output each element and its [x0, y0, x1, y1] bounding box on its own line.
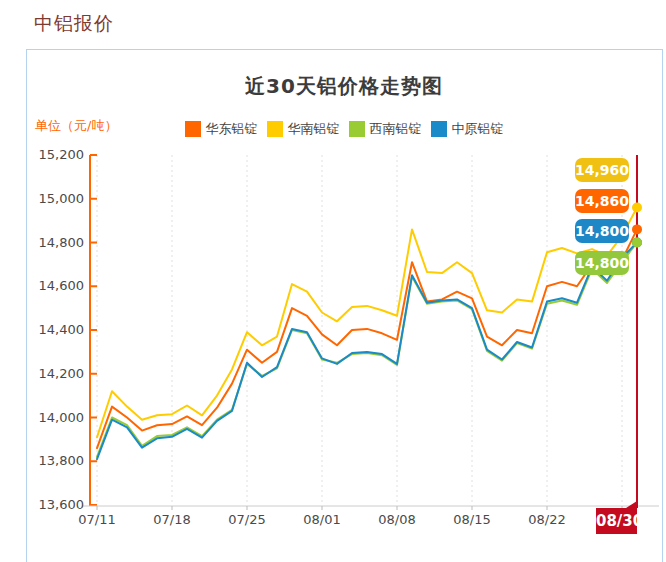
legend-label: 华南铝锭 — [288, 120, 340, 138]
legend: 华东铝锭华南铝锭西南铝锭中原铝锭 — [26, 120, 662, 138]
legend-item-华东铝锭[interactable]: 华东铝锭 — [185, 120, 258, 138]
y-axis-label: 14,200 — [20, 366, 84, 381]
end-value-badge: 14,800 — [575, 251, 629, 275]
x-axis-label: 08/22 — [517, 512, 577, 527]
end-value-badge: 14,860 — [575, 189, 629, 213]
y-axis-label: 14,400 — [20, 322, 84, 337]
y-axis-label: 15,200 — [20, 147, 84, 162]
y-axis-label: 14,600 — [20, 278, 84, 293]
legend-item-西南铝锭[interactable]: 西南铝锭 — [349, 120, 422, 138]
end-value-badge: 14,800 — [575, 219, 629, 243]
legend-swatch — [349, 121, 365, 137]
chart-title: 近30天铝价格走势图 — [26, 73, 662, 100]
legend-label: 华东铝锭 — [206, 120, 258, 138]
aluminum-quote-page: { "page": { "header": "中铝报价" }, "chart_d… — [0, 0, 666, 562]
legend-swatch — [267, 121, 283, 137]
x-axis-label: 07/25 — [217, 512, 277, 527]
legend-label: 西南铝锭 — [370, 120, 422, 138]
y-axis-label: 14,800 — [20, 235, 84, 250]
y-axis-label: 14,000 — [20, 410, 84, 425]
legend-swatch — [185, 121, 201, 137]
legend-label: 中原铝锭 — [452, 120, 504, 138]
latest-date-badge: 08/30 — [596, 508, 637, 534]
y-axis-label: 15,000 — [20, 191, 84, 206]
x-axis-label: 08/08 — [367, 512, 427, 527]
end-value-badge: 14,960 — [575, 158, 629, 182]
x-axis-label: 07/11 — [67, 512, 127, 527]
y-axis-label: 13,800 — [20, 453, 84, 468]
legend-swatch — [431, 121, 447, 137]
legend-item-中原铝锭[interactable]: 中原铝锭 — [431, 120, 504, 138]
y-axis-label: 13,600 — [20, 497, 84, 512]
x-axis-label: 08/01 — [292, 512, 352, 527]
legend-item-华南铝锭[interactable]: 华南铝锭 — [267, 120, 340, 138]
x-axis-label: 08/15 — [442, 512, 502, 527]
page-title: 中铝报价 — [34, 11, 114, 37]
x-axis-label: 07/18 — [142, 512, 202, 527]
